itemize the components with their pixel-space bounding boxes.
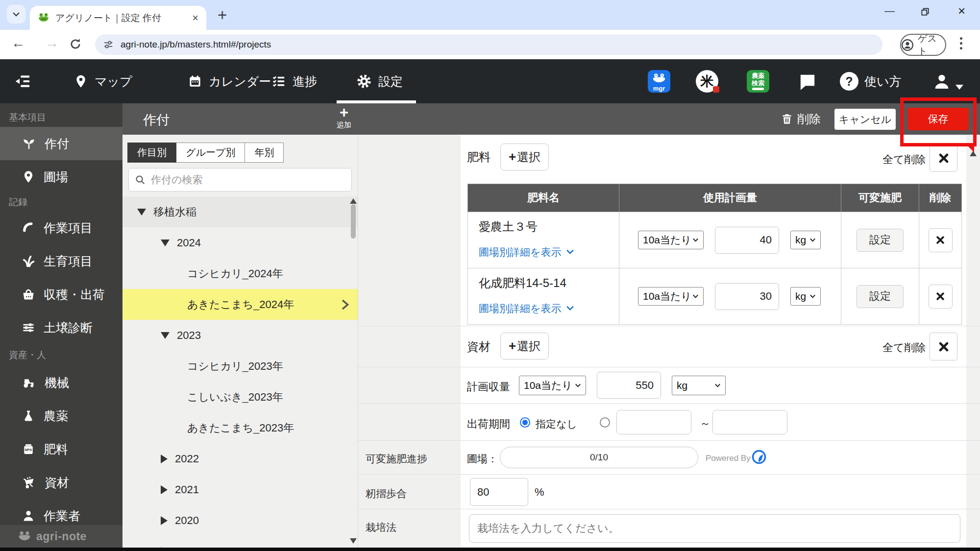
nav-item-calendar[interactable]: カレンダー [188,59,271,103]
tree-item-year[interactable]: 2021 [122,474,358,505]
tab-close-icon[interactable]: × [192,13,198,24]
fertilizer-name: 化成肥料14-5-14 [479,275,619,291]
delete-button[interactable]: 削除 [781,103,821,135]
fertilizer-select-button[interactable]: +選択 [500,144,549,170]
search-input[interactable] [151,174,345,186]
nav-item-map[interactable]: マップ [74,59,132,103]
sidebar-item-kikai[interactable]: 機械 [0,366,122,399]
amount-input[interactable] [715,283,779,310]
tree-item-group[interactable]: 移植水稲 [122,196,358,227]
sidebar-item-seiikukoumoku[interactable]: 生育項目 [0,244,122,278]
crop-tree-list: 移植水稲 2024 コシヒカリ_2024年 あきたこまち_2024年 2023 … [122,196,358,548]
chat-icon[interactable] [798,72,817,92]
tab-by-year[interactable]: 年別 [245,143,284,163]
tree-item-year[interactable]: 2019 [122,536,358,548]
variable-rate-config-button[interactable]: 設定 [857,229,904,252]
nav-item-progress[interactable]: 進捗 [271,59,317,103]
save-button[interactable]: 保存 [907,108,969,130]
tree-item-crop[interactable]: こしいぶき_2023年 [122,382,358,412]
window-close-button[interactable]: × [958,3,965,19]
tree-item-crop-selected[interactable]: あきたこまち_2024年 [122,289,358,320]
tree-item-year[interactable]: 2023 [122,320,358,351]
col-header-planned-amount: 使用計画量 [619,184,841,212]
person-icon [22,509,35,523]
cultivation-section: 栽培法 [358,509,980,548]
fertilizer-delete-all-button[interactable] [930,144,957,172]
reload-button[interactable] [69,37,82,51]
fertilizer-row: 化成肥料14-5-14 圃場別詳細を表示 10a当たり [468,268,962,325]
back-button[interactable]: ← [11,35,25,51]
cancel-button[interactable]: キャンセル [834,109,896,130]
unit-select[interactable]: kg [790,231,821,249]
yield-amount-input[interactable] [597,372,661,399]
variable-rate-config-button[interactable]: 設定 [857,285,904,308]
account-caret-icon [956,85,963,90]
window-restore-button[interactable] [920,7,930,17]
tree-item-year[interactable]: 2024 [122,227,358,258]
help-label[interactable]: 使い方 [864,59,902,103]
tree-item-year[interactable]: 2022 [122,443,358,474]
nav-item-settings[interactable]: 設定 [356,59,403,103]
hulling-ratio-input[interactable] [470,478,528,506]
sidebar-item-sagyoukoumoku[interactable]: 作業項目 [0,211,122,244]
sidebar-item-label: 肥料 [44,441,68,457]
vrf-progress-label: 可変施肥進捗 [366,452,427,466]
tab-search-chevron-icon[interactable] [7,5,25,24]
sidebar-item-dojoushindan[interactable]: 土壌診断 [0,311,122,344]
browser-tab[interactable]: アグリノート｜設定 作付 × [30,6,206,30]
sidebar-item-label: 生育項目 [44,253,93,269]
site-settings-icon[interactable] [103,39,114,50]
tree-scrollbar[interactable] [349,198,357,544]
sidebar-item-shukka[interactable]: 収穫・出荷 [0,278,122,311]
scroll-down-icon[interactable] [350,538,357,544]
period-end-input[interactable] [712,410,787,434]
sidebar-item-hiryou[interactable]: NPK 肥料 [0,432,122,466]
row-delete-button[interactable] [929,228,953,252]
scrollbar-thumb[interactable] [351,204,356,239]
profile-button[interactable]: ゲスト [900,34,946,56]
add-button[interactable]: + 追加 [328,105,360,128]
radio-no-period[interactable] [520,417,530,428]
tab-by-crop[interactable]: 作目別 [127,143,176,163]
radio-custom-period[interactable] [600,417,610,428]
material-delete-all-button[interactable] [930,333,957,360]
sidebar-item-nouyaku[interactable]: 農薬 [0,399,122,432]
material-select-button[interactable]: +選択 [500,333,549,359]
agrinote-manager-app-icon[interactable]: mgr [648,70,670,93]
field-detail-link[interactable]: 圃場別詳細を表示 [479,245,619,259]
account-icon[interactable] [932,72,952,91]
nav-collapse-button[interactable] [14,59,31,103]
sidebar-item-sakutsuke[interactable]: 作付 [0,127,122,160]
row-delete-button[interactable] [929,285,953,309]
new-tab-button[interactable]: + [218,6,227,24]
window-minimize-button[interactable]: — [884,5,895,17]
browser-menu-icon[interactable] [960,37,962,49]
tree-item-year[interactable]: 2020 [122,505,358,536]
yield-per-unit-select[interactable]: 10a当たり [519,376,586,395]
pesticide-search-app-icon[interactable]: 農薬 検索 [747,70,769,93]
rice-badge-label: 米 [701,72,714,90]
hoe-icon [22,221,35,235]
hulling-ratio-section: 籾摺歩合 % [358,475,980,509]
forward-button[interactable]: → [45,35,59,51]
help-icon[interactable]: ? [840,72,858,91]
map-pin-icon [22,170,35,184]
field-detail-link[interactable]: 圃場別詳細を表示 [479,302,619,315]
scroll-up-icon[interactable] [350,198,357,204]
url-bar[interactable]: agri-note.jp/b/masters.html#/projects [95,34,882,55]
tree-item-crop[interactable]: コシヒカリ_2023年 [122,351,358,382]
amount-input[interactable] [715,227,779,254]
sidebar-item-shizai[interactable]: 資材 [0,466,122,499]
per-unit-select[interactable]: 10a当たり [638,231,704,249]
sidebar-item-hojou[interactable]: 圃場 [0,160,122,193]
period-start-input[interactable] [616,410,691,434]
progress-checklist-icon [271,74,286,89]
yield-unit-select[interactable]: kg [672,376,726,395]
tab-by-group[interactable]: グループ別 [176,143,245,163]
unit-select[interactable]: kg [790,287,821,306]
tree-item-crop[interactable]: コシヒカリ_2024年 [122,258,358,289]
shipping-period-label: 出荷期間 [467,417,510,431]
cultivation-input[interactable] [469,514,960,543]
tree-item-crop[interactable]: あきたこまち_2023年 [122,412,358,443]
per-unit-select[interactable]: 10a当たり [638,287,704,306]
